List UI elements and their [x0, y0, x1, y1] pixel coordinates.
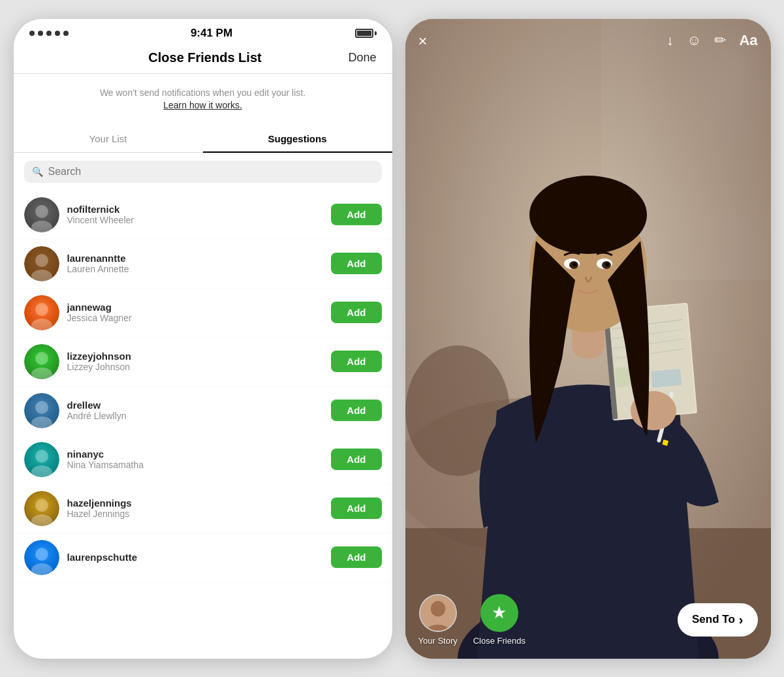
your-story-avatar [419, 594, 457, 632]
fullname: André Llewllyn [67, 411, 324, 421]
user-info: drellew André Llewllyn [67, 400, 324, 421]
close-friends-option[interactable]: ★ Close Friends [473, 594, 525, 646]
svg-point-54 [430, 601, 445, 616]
send-to-label: Send To [692, 613, 735, 626]
your-story-label: Your Story [418, 636, 458, 646]
close-story-button[interactable]: × [418, 32, 428, 50]
svg-point-7 [35, 303, 48, 316]
battery-tip [375, 31, 377, 35]
add-button[interactable]: Add [331, 400, 381, 421]
username: ninanyc [67, 449, 324, 460]
fullname: Lauren Annette [67, 264, 324, 274]
user-info: hazeljennings Hazel Jennings [67, 497, 324, 519]
svg-point-10 [35, 352, 48, 365]
add-button[interactable]: Add [331, 253, 381, 274]
svg-point-1 [35, 205, 48, 218]
signal-dots [29, 31, 69, 36]
dot-3 [46, 31, 52, 36]
story-panel: × ↓ ☺ ✏ Aa Your Story [405, 19, 771, 659]
svg-point-16 [35, 450, 48, 463]
username: lizzeyjohnson [67, 351, 324, 362]
search-box[interactable]: 🔍 [24, 161, 382, 183]
text-button[interactable]: Aa [739, 32, 757, 49]
user-item: hazeljennings Hazel Jennings Add [14, 484, 392, 533]
status-bar: 9:41 PM [14, 19, 392, 45]
username: laurenpschutte [67, 552, 324, 563]
user-avatar [24, 393, 59, 428]
fullname: Nina Yiamsamatha [67, 460, 324, 470]
add-button[interactable]: Add [331, 351, 381, 372]
sticker-button[interactable]: ☺ [687, 32, 701, 49]
svg-point-46 [529, 176, 647, 254]
tab-suggestions[interactable]: Suggestions [203, 125, 392, 152]
svg-rect-39 [651, 369, 682, 388]
user-item: lizzeyjohnson Lizzey Johnson Add [14, 338, 392, 386]
tabs-row: Your List Suggestions [14, 125, 392, 153]
user-avatar [24, 344, 59, 379]
username: nofilternick [67, 204, 324, 215]
user-avatar [24, 246, 59, 281]
story-photo [405, 19, 771, 659]
done-button[interactable]: Done [348, 51, 376, 65]
username: drellew [67, 400, 324, 411]
svg-point-4 [35, 254, 48, 267]
user-info: nofilternick Vincent Wheeler [67, 204, 324, 225]
user-info: laurenpschutte [67, 552, 324, 563]
add-button[interactable]: Add [331, 449, 381, 470]
notification-area: We won't send notifications when you edi… [14, 74, 392, 125]
notification-text: We won't send notifications when you edi… [100, 87, 306, 98]
svg-point-22 [35, 548, 48, 561]
story-bottom: Your Story ★ Close Friends Send To › [405, 586, 771, 659]
user-info: lizzeyjohnson Lizzey Johnson [67, 351, 324, 372]
page-title: Close Friends List [148, 50, 261, 65]
user-avatar [24, 295, 59, 330]
user-info: jannewag Jessica Wagner [67, 302, 324, 323]
username: hazeljennings [67, 497, 324, 509]
user-info: ninanyc Nina Yiamsamatha [67, 449, 324, 470]
fullname: Jessica Wagner [67, 313, 324, 323]
search-input[interactable] [48, 166, 374, 178]
sticker-icon: ☺ [687, 32, 701, 48]
add-button[interactable]: Add [331, 497, 381, 519]
add-button[interactable]: Add [331, 302, 381, 323]
user-avatar [24, 197, 59, 232]
close-friends-label: Close Friends [473, 636, 525, 646]
dot-1 [29, 31, 35, 36]
iphone-panel: 9:41 PM Close Friends List Done We won't… [14, 19, 392, 659]
fullname: Lizzey Johnson [67, 362, 324, 372]
learn-how-link[interactable]: Learn how it works. [163, 100, 242, 110]
search-container: 🔍 [14, 153, 392, 191]
user-item: laurenanntte Lauren Annette Add [14, 240, 392, 289]
user-item: nofilternick Vincent Wheeler Add [14, 191, 392, 240]
story-background [405, 19, 771, 659]
nav-header: Close Friends List Done [14, 45, 392, 74]
dot-2 [38, 31, 43, 36]
user-avatar [24, 491, 59, 526]
user-item: drellew André Llewllyn Add [14, 386, 392, 435]
svg-point-52 [605, 262, 609, 266]
status-time: 9:41 PM [191, 27, 232, 40]
draw-button[interactable]: ✏ [714, 32, 726, 49]
user-info: laurenanntte Lauren Annette [67, 253, 324, 274]
story-top-controls: × ↓ ☺ ✏ Aa [405, 19, 771, 55]
your-story-option[interactable]: Your Story [418, 594, 458, 646]
dot-5 [63, 31, 69, 36]
add-button[interactable]: Add [331, 546, 381, 568]
user-item: ninanyc Nina Yiamsamatha Add [14, 435, 392, 484]
story-options: Your Story ★ Close Friends [418, 594, 525, 646]
star-icon: ★ [492, 603, 507, 623]
svg-point-13 [35, 401, 48, 414]
download-button[interactable]: ↓ [666, 32, 674, 49]
fullname: Vincent Wheeler [67, 215, 324, 225]
fullname: Hazel Jennings [67, 509, 324, 519]
tab-your-list[interactable]: Your List [14, 125, 203, 152]
user-item: jannewag Jessica Wagner Add [14, 289, 392, 338]
user-avatar [24, 442, 59, 477]
add-button[interactable]: Add [331, 204, 381, 225]
battery-icon [355, 29, 377, 38]
dot-4 [55, 31, 60, 36]
svg-point-51 [572, 262, 576, 266]
battery-fill [357, 31, 371, 36]
send-to-button[interactable]: Send To › [678, 603, 757, 637]
username: jannewag [67, 302, 324, 313]
